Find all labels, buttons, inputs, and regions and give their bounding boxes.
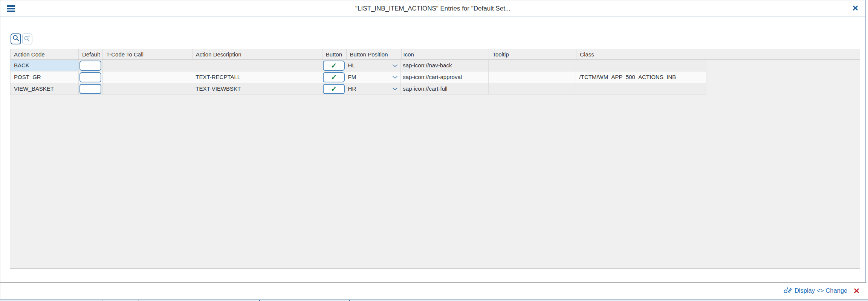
table-row: VIEW_BASKETTEXT-VIEWBSKT✓HRsap-icon://ca…: [10, 83, 706, 95]
search-plus-icon: [24, 35, 31, 43]
default-input[interactable]: [79, 61, 101, 71]
button-checkbox[interactable]: ✓: [323, 72, 345, 82]
chevron-down-icon: [392, 60, 398, 71]
check-icon: ✓: [331, 74, 337, 81]
check-icon: ✓: [331, 62, 337, 69]
table-body: BACK✓HLsap-icon://nav-backPOST_GRTEXT-RE…: [10, 60, 860, 95]
column-header-icon[interactable]: Icon: [402, 49, 489, 59]
column-header-button[interactable]: Button: [322, 49, 347, 59]
column-header-class[interactable]: Class: [576, 49, 707, 59]
button-position-select[interactable]: HR: [346, 83, 401, 94]
title-bar: "LIST_INB_ITEM_ACTIONS" Entries for "Def…: [0, 0, 865, 17]
glasses-pencil-icon: [784, 286, 792, 295]
close-icon[interactable]: ✕: [852, 3, 859, 13]
table-row: BACK✓HLsap-icon://nav-back: [10, 60, 706, 71]
column-header-action-description[interactable]: Action Description: [193, 49, 322, 59]
default-input[interactable]: [79, 72, 101, 82]
column-header-button-position[interactable]: Button Position: [347, 49, 402, 59]
cell-button: ✓: [322, 60, 346, 71]
cell-class[interactable]: [576, 60, 706, 71]
chevron-down-icon: [392, 71, 398, 83]
cell-icon-name[interactable]: sap-icon://cart-approval: [401, 71, 489, 83]
cell-tooltip[interactable]: [489, 83, 576, 94]
search-more-button[interactable]: [22, 33, 32, 44]
cell-action-description[interactable]: [192, 60, 322, 71]
red-x-icon[interactable]: ✕: [853, 287, 860, 295]
cell-action-description[interactable]: TEXT-RECPTALL: [192, 71, 322, 83]
cell-action-description[interactable]: TEXT-VIEWBSKT: [192, 83, 322, 94]
search-button[interactable]: [11, 33, 21, 44]
dialog-title: "LIST_INB_ITEM_ACTIONS" Entries for "Def…: [76, 0, 790, 17]
chevron-down-icon: [392, 83, 398, 94]
cell-button: ✓: [322, 71, 346, 83]
button-checkbox[interactable]: ✓: [323, 84, 345, 94]
dialog-window: "LIST_INB_ITEM_ACTIONS" Entries for "Def…: [0, 0, 866, 299]
underlying-page-edge: [0, 299, 868, 301]
display-change-label: Display <> Change: [795, 287, 847, 294]
cell-default: [79, 60, 103, 71]
cell-default: [79, 83, 103, 94]
cell-class[interactable]: /TCTM/WM_APP_500_ACTIONS_INB: [576, 71, 706, 83]
button-position-value: HR: [348, 83, 356, 94]
cell-tcode[interactable]: [103, 71, 193, 83]
cell-tcode[interactable]: [103, 83, 193, 94]
column-header-default[interactable]: Default: [79, 49, 103, 59]
cell-tooltip[interactable]: [489, 71, 576, 83]
hamburger-menu-icon[interactable]: [7, 5, 15, 12]
cell-tcode[interactable]: [103, 60, 193, 71]
cell-action-code[interactable]: BACK: [11, 60, 79, 71]
cell-icon-name[interactable]: sap-icon://cart-full: [401, 83, 489, 94]
footer-bar: Display <> Change ✕: [0, 283, 866, 299]
table-row: POST_GRTEXT-RECPTALL✓FMsap-icon://cart-a…: [10, 71, 706, 83]
column-header-empty[interactable]: [707, 49, 860, 59]
cell-icon-name[interactable]: sap-icon://nav-back: [401, 60, 489, 71]
cell-class[interactable]: [576, 83, 706, 94]
cell-action-code[interactable]: POST_GR: [11, 71, 79, 83]
button-checkbox[interactable]: ✓: [323, 61, 345, 71]
default-input[interactable]: [79, 84, 101, 94]
column-header-t-code-to-call[interactable]: T-Code To Call: [103, 49, 193, 59]
button-position-value: FM: [348, 71, 356, 83]
check-icon: ✓: [331, 85, 337, 93]
column-header-tooltip[interactable]: Tooltip: [489, 49, 576, 59]
display-change-button[interactable]: Display <> Change: [784, 286, 847, 295]
cell-tooltip[interactable]: [489, 60, 576, 71]
search-icon: [12, 35, 20, 43]
cell-button: ✓: [322, 83, 346, 94]
button-position-value: HL: [348, 60, 355, 71]
cell-default: [79, 71, 103, 83]
column-header-action-code[interactable]: Action Code: [11, 49, 79, 59]
cell-action-code[interactable]: VIEW_BASKET: [11, 83, 79, 94]
button-position-select[interactable]: FM: [346, 71, 401, 83]
entries-table: Action CodeDefaultT-Code To CallAction D…: [10, 49, 860, 269]
button-position-select[interactable]: HL: [346, 60, 401, 71]
table-header-row: Action CodeDefaultT-Code To CallAction D…: [10, 49, 860, 60]
